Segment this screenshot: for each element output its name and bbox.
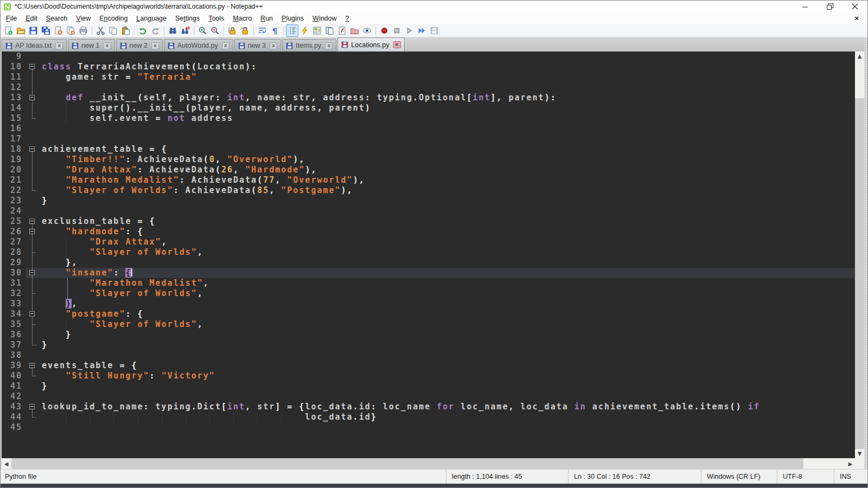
- menu-[interactable]: ?: [341, 14, 354, 23]
- tab-close-icon[interactable]: ×: [151, 42, 159, 49]
- macro-play-icon[interactable]: [403, 24, 416, 37]
- fold-margin: [25, 422, 40, 433]
- function-list-icon[interactable]: [336, 24, 348, 37]
- macro-stop-icon[interactable]: [391, 24, 403, 37]
- indent-guide: [162, 412, 162, 422]
- menu-run[interactable]: Run: [256, 14, 277, 23]
- macro-save-icon[interactable]: [428, 24, 441, 37]
- function-hint-icon[interactable]: [298, 24, 311, 37]
- tab-close-icon[interactable]: ×: [222, 42, 229, 49]
- doc-switcher-icon[interactable]: [323, 24, 336, 37]
- fold-margin: [25, 299, 40, 309]
- doc-map-icon[interactable]: [311, 24, 323, 37]
- sync-vertical-icon[interactable]: [226, 24, 239, 37]
- fold-margin: [25, 391, 40, 402]
- fold-collapse-icon[interactable]: [29, 229, 35, 234]
- restore-button[interactable]: [818, 1, 843, 12]
- fold-collapse-icon[interactable]: [29, 311, 35, 317]
- tab-new-1[interactable]: new 1×: [68, 39, 114, 52]
- indent-guide-icon[interactable]: [286, 24, 298, 37]
- tab-new-2[interactable]: new 2×: [116, 39, 163, 52]
- menu-encoding[interactable]: Encoding: [95, 14, 132, 23]
- macro-run-multi-icon[interactable]: [416, 24, 428, 37]
- paste-icon[interactable]: [119, 24, 132, 37]
- menu-search[interactable]: Search: [42, 14, 72, 23]
- menu-file[interactable]: File: [2, 14, 21, 23]
- save-icon[interactable]: [27, 24, 40, 37]
- scroll-down-arrow-icon[interactable]: ▼: [855, 449, 864, 458]
- vertical-scrollbar-thumb[interactable]: [855, 98, 864, 449]
- menu-edit[interactable]: Edit: [21, 14, 42, 23]
- fold-margin: [25, 350, 40, 361]
- code-text: loc_data.id}: [40, 412, 855, 422]
- scroll-left-arrow-icon[interactable]: ◀: [2, 458, 11, 469]
- tab-close-icon[interactable]: ×: [270, 42, 277, 49]
- scroll-up-arrow-icon[interactable]: ▲: [855, 52, 864, 61]
- fold-collapse-icon[interactable]: [29, 363, 35, 368]
- code-text: "Drax Attax": AchieveData(26, "Hardmode"…: [40, 165, 855, 175]
- line-number: 28: [2, 247, 25, 258]
- fold-collapse-icon[interactable]: [29, 219, 35, 224]
- show-all-chars-icon[interactable]: ¶: [269, 24, 281, 37]
- fold-collapse-icon[interactable]: [29, 64, 35, 69]
- code-editor[interactable]: 910class TerrariaAchievement(Location):1…: [2, 52, 855, 458]
- replace-icon[interactable]: ab: [179, 24, 192, 37]
- monitoring-icon[interactable]: [361, 24, 373, 37]
- tab-locations-py[interactable]: Locations.py×: [337, 37, 404, 52]
- save-all-icon[interactable]: [40, 24, 52, 37]
- cut-icon[interactable]: [94, 24, 107, 37]
- code-text: exclusion_table = {: [40, 216, 855, 227]
- horizontal-scrollbar[interactable]: ◀ ▶: [2, 458, 855, 469]
- close-icon[interactable]: [52, 24, 65, 37]
- menu-language[interactable]: Language: [132, 14, 171, 23]
- tab-ap-ideas-txt[interactable]: AP Ideas.txt×: [2, 39, 67, 52]
- line-number: 35: [2, 319, 25, 330]
- tab-items-py[interactable]: Items.py×: [282, 39, 336, 52]
- copy-icon[interactable]: [107, 24, 119, 37]
- horizontal-scrollbar-thumb[interactable]: [11, 458, 803, 469]
- redo-icon[interactable]: [149, 24, 162, 37]
- menu-macro[interactable]: Macro: [228, 14, 256, 23]
- menu-window[interactable]: Window: [308, 14, 341, 23]
- new-file-icon[interactable]: [2, 24, 15, 37]
- fold-collapse-icon[interactable]: [29, 146, 35, 152]
- fold-collapse-icon[interactable]: [29, 404, 35, 409]
- fold-collapse-icon[interactable]: [29, 270, 35, 275]
- sync-horizontal-icon[interactable]: [239, 24, 251, 37]
- tab-close-icon[interactable]: ×: [104, 42, 111, 49]
- folder-workspace-icon[interactable]: [348, 24, 361, 37]
- undo-icon[interactable]: [137, 24, 149, 37]
- zoom-out-icon[interactable]: [209, 24, 221, 37]
- code-line-35: 35 "Slayer of Worlds",: [2, 319, 855, 330]
- status-insert-mode[interactable]: INS: [834, 470, 867, 484]
- fold-collapse-icon[interactable]: [29, 95, 35, 100]
- tab-label: new 1: [81, 42, 99, 49]
- print-icon[interactable]: [77, 24, 90, 37]
- vertical-scrollbar[interactable]: ▲ ▼: [855, 52, 864, 458]
- close-document-icon[interactable]: ×: [851, 14, 862, 22]
- status-eol-format[interactable]: Windows (CR LF): [701, 470, 777, 484]
- code-line-38: 38: [2, 350, 855, 361]
- close-all-icon[interactable]: [65, 24, 77, 37]
- open-file-icon[interactable]: [15, 24, 27, 37]
- fold-margin: [25, 288, 40, 299]
- word-wrap-icon[interactable]: [256, 24, 269, 37]
- tab-close-icon[interactable]: ×: [325, 42, 333, 49]
- menu-view[interactable]: View: [72, 14, 95, 23]
- zoom-in-icon[interactable]: [196, 24, 209, 37]
- menu-plugins[interactable]: Plugins: [277, 14, 308, 23]
- code-line-32: 32 "Slayer of Worlds",: [2, 288, 855, 299]
- find-icon[interactable]: [167, 24, 179, 37]
- tab-close-icon[interactable]: ×: [55, 42, 63, 49]
- tab-new-3[interactable]: new 3×: [234, 39, 281, 52]
- tab-close-icon[interactable]: ×: [393, 41, 401, 48]
- close-button[interactable]: [843, 1, 867, 12]
- macro-record-icon[interactable]: [378, 24, 391, 37]
- scroll-right-arrow-icon[interactable]: ▶: [846, 458, 855, 469]
- minimize-button[interactable]: [793, 1, 818, 12]
- menu-settings[interactable]: Settings: [171, 14, 204, 23]
- menu-tools[interactable]: Tools: [204, 14, 228, 23]
- code-line-18: 18achievement_table = {: [2, 144, 855, 155]
- tab-autoworld-py[interactable]: AutoWorld.py×: [164, 39, 233, 52]
- status-encoding[interactable]: UTF-8: [777, 470, 834, 484]
